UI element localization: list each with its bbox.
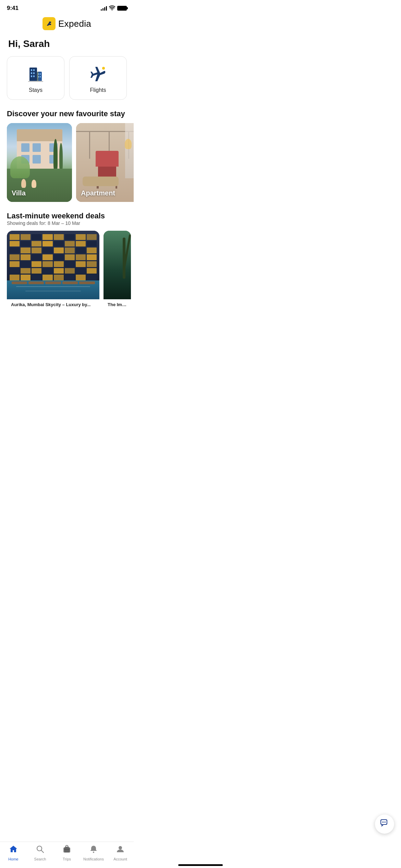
second-deal-card[interactable]: The Imr... [104, 231, 131, 307]
category-grid: Stays Flights [0, 56, 134, 109]
svg-rect-5 [33, 72, 35, 74]
greeting-text: Hi, Sarah [8, 38, 125, 49]
stays-card[interactable]: Stays [7, 56, 64, 100]
svg-rect-6 [31, 75, 32, 77]
svg-rect-12 [40, 76, 41, 77]
svg-point-16 [102, 67, 105, 70]
second-deal-name: The Imr... [104, 299, 131, 307]
svg-rect-10 [40, 73, 41, 75]
villa-card[interactable]: Villa [7, 123, 72, 202]
discover-section-title: Discover your new favourite stay [0, 109, 134, 123]
svg-rect-7 [33, 75, 35, 77]
svg-rect-2 [31, 69, 32, 71]
status-bar: 9:41 [0, 0, 134, 14]
flights-label: Flights [90, 87, 106, 93]
aurika-deal-card[interactable]: Aurika, Mumbai Skycity – Luxury by... [7, 231, 99, 307]
svg-rect-14 [28, 81, 43, 82]
apartment-card[interactable]: Apartment [76, 123, 134, 202]
expedia-logo: Expedia [42, 17, 91, 30]
stay-cards-scroll[interactable]: Villa Apartment [0, 123, 134, 212]
stays-label: Stays [29, 87, 42, 93]
flights-card[interactable]: Flights [69, 56, 127, 100]
signal-icon [101, 6, 107, 11]
apartment-label: Apartment [81, 189, 115, 197]
expedia-logo-icon [42, 17, 56, 30]
deals-subtitle: Showing deals for: 8 Mar – 10 Mar [0, 220, 134, 231]
villa-label: Villa [12, 189, 26, 197]
aurika-deal-name: Aurika, Mumbai Skycity – Luxury by... [7, 299, 99, 307]
svg-rect-4 [31, 72, 32, 74]
status-time: 9:41 [7, 5, 19, 12]
status-icons [101, 5, 127, 11]
battery-icon [117, 6, 127, 11]
svg-rect-13 [37, 72, 38, 81]
deal-cards-scroll[interactable]: Aurika, Mumbai Skycity – Luxury by... Th… [0, 231, 134, 314]
flights-icon [88, 65, 108, 84]
wifi-icon [109, 5, 115, 11]
stays-icon [25, 65, 46, 84]
greeting-section: Hi, Sarah [0, 36, 134, 56]
expedia-logo-text: Expedia [58, 19, 91, 29]
app-header: Expedia [0, 14, 134, 36]
svg-rect-3 [33, 69, 35, 71]
